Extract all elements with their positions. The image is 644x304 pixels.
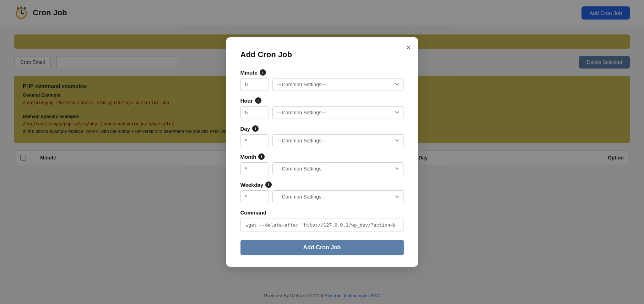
command-row: Command [240,210,404,232]
minute-fields: ---Common Settings--- [240,78,404,91]
weekday-select[interactable]: ---Common Settings--- [272,190,404,203]
weekday-input[interactable] [240,190,269,203]
month-label: Month i [240,153,404,160]
day-row: Day i ---Common Settings--- [240,125,404,147]
modal-submit-button[interactable]: Add Cron Job [240,240,404,255]
modal-title: Add Cron Job [240,50,404,59]
minute-label: Minute i [240,69,404,76]
hour-input[interactable] [240,106,269,119]
day-info-icon: i [252,125,259,132]
day-label: Day i [240,125,404,132]
modal-close-button[interactable]: × [406,44,411,51]
minute-input[interactable] [240,78,269,91]
month-info-icon: i [258,153,265,160]
add-cron-job-modal: × Add Cron Job Minute i ---Common Settin… [226,37,418,267]
day-fields: ---Common Settings--- [240,134,404,147]
weekday-row: Weekday i ---Common Settings--- [240,181,404,203]
hour-row: Hour i ---Common Settings--- [240,97,404,119]
month-input[interactable] [240,162,269,175]
weekday-info-icon: i [265,181,272,188]
minute-row: Minute i ---Common Settings--- [240,69,404,91]
command-input[interactable] [240,218,404,232]
hour-info-icon: i [255,97,261,104]
hour-fields: ---Common Settings--- [240,106,404,119]
month-fields: ---Common Settings--- [240,162,404,175]
minute-select[interactable]: ---Common Settings--- [272,78,404,91]
weekday-label: Weekday i [240,181,404,188]
month-select[interactable]: ---Common Settings--- [272,162,404,175]
minute-info-icon: i [260,69,266,76]
hour-label: Hour i [240,97,404,104]
day-input[interactable] [240,134,269,147]
command-label: Command [240,210,404,216]
hour-select[interactable]: ---Common Settings--- [272,106,404,119]
month-row: Month i ---Common Settings--- [240,153,404,175]
weekday-fields: ---Common Settings--- [240,190,404,203]
day-select[interactable]: ---Common Settings--- [272,134,404,147]
modal-overlay[interactable]: × Add Cron Job Minute i ---Common Settin… [0,0,644,304]
